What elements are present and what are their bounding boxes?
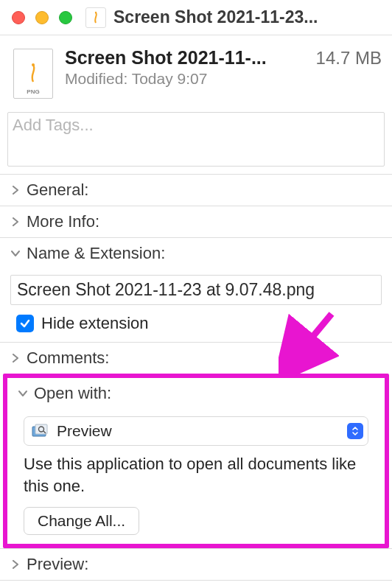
window-title: Screen Shot 2021-11-23... <box>113 7 318 27</box>
section-preview[interactable]: Preview: <box>0 548 392 580</box>
chevron-right-icon <box>9 351 22 365</box>
section-title-general: General: <box>27 181 88 200</box>
modified-value: Today 9:07 <box>132 70 208 87</box>
traffic-lights <box>12 11 72 24</box>
minimize-window-button[interactable] <box>35 11 49 24</box>
hide-extension-label: Hide extension <box>41 314 149 333</box>
modified-label: Modified: <box>65 70 127 87</box>
section-more-info[interactable]: More Info: <box>0 206 392 237</box>
chevron-down-icon <box>16 387 29 400</box>
chevron-right-icon <box>9 215 22 228</box>
hide-extension-row[interactable]: Hide extension <box>16 314 376 333</box>
open-with-dropdown[interactable]: Preview <box>24 416 368 446</box>
annotation-highlight-box: Open with: Preview Use this applicat <box>3 374 389 548</box>
section-general[interactable]: General: <box>0 174 392 206</box>
file-icon: PNG <box>10 47 56 100</box>
file-size: 14.7 MB <box>316 48 382 69</box>
section-title-open-with: Open with: <box>34 384 111 403</box>
svg-point-1 <box>32 63 35 66</box>
chevron-down-icon <box>9 247 22 260</box>
hide-extension-checkbox[interactable] <box>16 315 34 332</box>
section-open-with[interactable]: Open with: <box>7 378 385 409</box>
change-all-button[interactable]: Change All... <box>24 507 139 535</box>
section-name-ext[interactable]: Name & Extension: <box>0 237 392 269</box>
file-header: PNG Screen Shot 2021-11-... 14.7 MB Modi… <box>0 35 392 108</box>
file-type-badge: PNG <box>27 88 39 95</box>
tags-placeholder: Add Tags... <box>13 116 94 134</box>
titlebar: Screen Shot 2021-11-23... <box>0 0 392 35</box>
open-with-app-name: Preview <box>57 422 347 440</box>
dropdown-arrows-icon <box>347 423 363 439</box>
section-title-comments: Comments: <box>27 349 109 368</box>
section-title-preview: Preview: <box>27 555 88 574</box>
open-with-help-text: Use this application to open all documen… <box>24 453 368 497</box>
section-comments[interactable]: Comments: <box>0 342 392 374</box>
preview-app-icon <box>30 423 49 439</box>
filename-input[interactable]: Screen Shot 2021-11-23 at 9.07.48.png <box>10 275 382 305</box>
section-sharing[interactable]: Sharing & Permissions: <box>0 580 392 588</box>
file-name: Screen Shot 2021-11-... <box>65 47 307 69</box>
tags-input[interactable]: Add Tags... <box>7 112 385 167</box>
fullscreen-window-button[interactable] <box>59 11 72 24</box>
close-window-button[interactable] <box>12 11 25 24</box>
section-title-name-ext: Name & Extension: <box>27 244 165 263</box>
chevron-right-icon <box>9 183 22 197</box>
title-file-icon <box>85 7 106 28</box>
section-title-more-info: More Info: <box>27 212 99 231</box>
chevron-right-icon <box>9 558 22 571</box>
modified-row: Modified: Today 9:07 <box>65 70 382 88</box>
svg-point-0 <box>95 11 97 13</box>
